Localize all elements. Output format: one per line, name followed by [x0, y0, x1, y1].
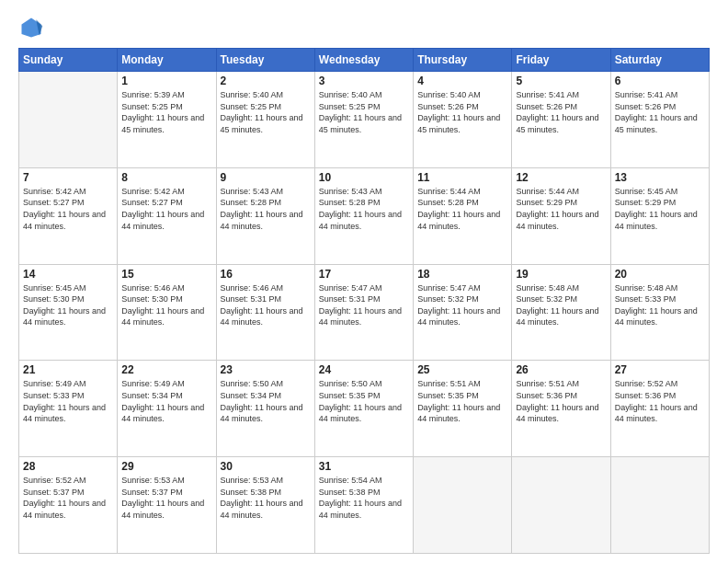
day-number: 12	[516, 171, 606, 184]
day-number: 22	[121, 363, 211, 376]
day-number: 14	[23, 268, 113, 281]
calendar-cell: 21Sunrise: 5:49 AMSunset: 5:33 PMDayligh…	[19, 361, 118, 457]
day-number: 10	[319, 171, 409, 184]
calendar-cell: 31Sunrise: 5:54 AMSunset: 5:38 PMDayligh…	[314, 457, 413, 554]
day-number: 30	[221, 460, 311, 473]
weekday-header: Sunday	[19, 49, 118, 72]
day-info: Sunrise: 5:49 AMSunset: 5:33 PMDaylight:…	[23, 378, 113, 424]
day-info: Sunrise: 5:52 AMSunset: 5:36 PMDaylight:…	[615, 378, 705, 424]
day-number: 21	[23, 363, 113, 376]
day-number: 13	[615, 171, 705, 184]
day-number: 9	[221, 171, 311, 184]
day-number: 24	[319, 363, 409, 376]
calendar-cell: 2Sunrise: 5:40 AMSunset: 5:25 PMDaylight…	[216, 72, 314, 168]
day-number: 4	[417, 75, 507, 87]
calendar-cell: 11Sunrise: 5:44 AMSunset: 5:28 PMDayligh…	[414, 167, 512, 264]
day-number: 31	[319, 460, 409, 473]
logo-icon	[18, 15, 44, 40]
day-number: 5	[516, 75, 606, 87]
logo	[18, 15, 48, 40]
day-info: Sunrise: 5:39 AMSunset: 5:25 PMDaylight:…	[121, 89, 211, 135]
day-info: Sunrise: 5:45 AMSunset: 5:29 PMDaylight:…	[615, 186, 705, 232]
calendar-cell: 6Sunrise: 5:41 AMSunset: 5:26 PMDaylight…	[610, 72, 709, 168]
day-info: Sunrise: 5:42 AMSunset: 5:27 PMDaylight:…	[23, 186, 113, 232]
calendar-cell: 22Sunrise: 5:49 AMSunset: 5:34 PMDayligh…	[118, 361, 216, 457]
calendar-cell	[19, 72, 118, 168]
day-info: Sunrise: 5:40 AMSunset: 5:26 PMDaylight:…	[417, 89, 507, 135]
calendar-cell: 12Sunrise: 5:44 AMSunset: 5:29 PMDayligh…	[512, 167, 610, 264]
day-info: Sunrise: 5:44 AMSunset: 5:28 PMDaylight:…	[417, 186, 507, 232]
calendar-cell: 16Sunrise: 5:46 AMSunset: 5:31 PMDayligh…	[216, 264, 314, 361]
calendar-cell: 30Sunrise: 5:53 AMSunset: 5:38 PMDayligh…	[216, 457, 314, 554]
calendar-cell: 4Sunrise: 5:40 AMSunset: 5:26 PMDaylight…	[414, 72, 512, 168]
calendar-cell: 1Sunrise: 5:39 AMSunset: 5:25 PMDaylight…	[118, 72, 216, 168]
day-number: 16	[221, 268, 311, 281]
day-info: Sunrise: 5:47 AMSunset: 5:31 PMDaylight:…	[319, 282, 409, 328]
day-number: 19	[516, 268, 606, 281]
calendar-cell: 3Sunrise: 5:40 AMSunset: 5:25 PMDaylight…	[314, 72, 413, 168]
header	[18, 15, 710, 40]
day-number: 28	[23, 460, 113, 473]
calendar-cell: 18Sunrise: 5:47 AMSunset: 5:32 PMDayligh…	[414, 264, 512, 361]
day-info: Sunrise: 5:53 AMSunset: 5:38 PMDaylight:…	[221, 475, 311, 521]
day-number: 3	[319, 75, 409, 87]
day-info: Sunrise: 5:48 AMSunset: 5:32 PMDaylight:…	[516, 282, 606, 328]
day-info: Sunrise: 5:54 AMSunset: 5:38 PMDaylight:…	[319, 475, 409, 521]
day-number: 8	[121, 171, 211, 184]
day-info: Sunrise: 5:50 AMSunset: 5:35 PMDaylight:…	[319, 378, 409, 424]
day-number: 23	[221, 363, 311, 376]
calendar-cell: 8Sunrise: 5:42 AMSunset: 5:27 PMDaylight…	[118, 167, 216, 264]
day-info: Sunrise: 5:43 AMSunset: 5:28 PMDaylight:…	[221, 186, 311, 232]
day-info: Sunrise: 5:47 AMSunset: 5:32 PMDaylight:…	[417, 282, 507, 328]
day-info: Sunrise: 5:41 AMSunset: 5:26 PMDaylight:…	[615, 89, 705, 135]
day-info: Sunrise: 5:49 AMSunset: 5:34 PMDaylight:…	[121, 378, 211, 424]
calendar-cell	[414, 457, 512, 554]
calendar-cell: 29Sunrise: 5:53 AMSunset: 5:37 PMDayligh…	[118, 457, 216, 554]
calendar-table: SundayMondayTuesdayWednesdayThursdayFrid…	[18, 48, 710, 554]
calendar-cell: 23Sunrise: 5:50 AMSunset: 5:34 PMDayligh…	[216, 361, 314, 457]
day-number: 6	[615, 75, 705, 87]
calendar-cell: 13Sunrise: 5:45 AMSunset: 5:29 PMDayligh…	[610, 167, 709, 264]
day-info: Sunrise: 5:46 AMSunset: 5:30 PMDaylight:…	[121, 282, 211, 328]
day-info: Sunrise: 5:48 AMSunset: 5:33 PMDaylight:…	[615, 282, 705, 328]
weekday-header: Saturday	[610, 49, 709, 72]
calendar-cell: 26Sunrise: 5:51 AMSunset: 5:36 PMDayligh…	[512, 361, 610, 457]
calendar-cell: 10Sunrise: 5:43 AMSunset: 5:28 PMDayligh…	[314, 167, 413, 264]
calendar-cell: 28Sunrise: 5:52 AMSunset: 5:37 PMDayligh…	[19, 457, 118, 554]
day-number: 7	[23, 171, 113, 184]
calendar-cell: 24Sunrise: 5:50 AMSunset: 5:35 PMDayligh…	[314, 361, 413, 457]
day-number: 27	[615, 363, 705, 376]
day-info: Sunrise: 5:45 AMSunset: 5:30 PMDaylight:…	[23, 282, 113, 328]
page: SundayMondayTuesdayWednesdayThursdayFrid…	[0, 0, 728, 563]
weekday-header: Tuesday	[216, 49, 314, 72]
calendar-cell: 17Sunrise: 5:47 AMSunset: 5:31 PMDayligh…	[314, 264, 413, 361]
day-info: Sunrise: 5:53 AMSunset: 5:37 PMDaylight:…	[121, 475, 211, 521]
day-info: Sunrise: 5:46 AMSunset: 5:31 PMDaylight:…	[221, 282, 311, 328]
day-number: 1	[121, 75, 211, 87]
calendar-cell: 5Sunrise: 5:41 AMSunset: 5:26 PMDaylight…	[512, 72, 610, 168]
day-number: 11	[417, 171, 507, 184]
day-info: Sunrise: 5:52 AMSunset: 5:37 PMDaylight:…	[23, 475, 113, 521]
day-number: 29	[121, 460, 211, 473]
calendar-cell	[512, 457, 610, 554]
calendar-cell	[610, 457, 709, 554]
day-number: 25	[417, 363, 507, 376]
day-number: 20	[615, 268, 705, 281]
day-info: Sunrise: 5:40 AMSunset: 5:25 PMDaylight:…	[221, 89, 311, 135]
calendar-cell: 7Sunrise: 5:42 AMSunset: 5:27 PMDaylight…	[19, 167, 118, 264]
calendar-cell: 15Sunrise: 5:46 AMSunset: 5:30 PMDayligh…	[118, 264, 216, 361]
day-info: Sunrise: 5:50 AMSunset: 5:34 PMDaylight:…	[221, 378, 311, 424]
weekday-header: Monday	[118, 49, 216, 72]
day-info: Sunrise: 5:41 AMSunset: 5:26 PMDaylight:…	[516, 89, 606, 135]
day-info: Sunrise: 5:40 AMSunset: 5:25 PMDaylight:…	[319, 89, 409, 135]
calendar-cell: 20Sunrise: 5:48 AMSunset: 5:33 PMDayligh…	[610, 264, 709, 361]
weekday-header: Thursday	[414, 49, 512, 72]
day-info: Sunrise: 5:44 AMSunset: 5:29 PMDaylight:…	[516, 186, 606, 232]
day-info: Sunrise: 5:42 AMSunset: 5:27 PMDaylight:…	[121, 186, 211, 232]
day-number: 15	[121, 268, 211, 281]
day-number: 2	[221, 75, 311, 87]
calendar-cell: 25Sunrise: 5:51 AMSunset: 5:35 PMDayligh…	[414, 361, 512, 457]
calendar-cell: 9Sunrise: 5:43 AMSunset: 5:28 PMDaylight…	[216, 167, 314, 264]
day-number: 26	[516, 363, 606, 376]
day-info: Sunrise: 5:51 AMSunset: 5:36 PMDaylight:…	[516, 378, 606, 424]
